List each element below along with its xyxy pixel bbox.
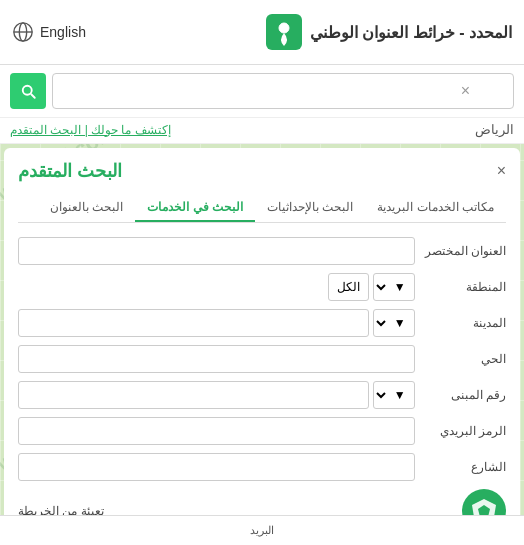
city-dropdown[interactable]: ▼ — [373, 309, 415, 337]
globe-icon — [12, 21, 34, 43]
app-title: المحدد - خرائط العنوان الوطني — [310, 23, 512, 42]
street-label: الشارع — [425, 460, 506, 474]
search-input[interactable] — [52, 73, 514, 109]
bottom-nav-item[interactable]: البريد — [240, 524, 284, 537]
city-input[interactable] — [18, 309, 369, 337]
bottom-nav: البريد — [0, 515, 524, 545]
short-address-input[interactable] — [18, 237, 415, 265]
short-address-label: العنوان المختصر — [425, 244, 506, 258]
advanced-search-panel: × البحث المتقدم مكاتب الخدمات البريدية ا… — [4, 148, 520, 545]
header-right: المحدد - خرائط العنوان الوطني — [266, 14, 512, 50]
panel-title: البحث المتقدم — [18, 160, 122, 182]
current-location: الرياض — [475, 122, 514, 137]
panel-header: × البحث المتقدم — [18, 160, 506, 182]
zip-input[interactable] — [18, 417, 415, 445]
tab-address[interactable]: البحث بالعنوان — [38, 194, 135, 222]
region-row: ▼ الكل — [18, 273, 415, 301]
search-form: العنوان المختصر المنطقة ▼ الكل المدينة ▼… — [18, 237, 506, 481]
region-dropdown[interactable]: ▼ — [373, 273, 415, 301]
panel-close-button[interactable]: × — [497, 162, 506, 180]
tab-services[interactable]: البحث في الخدمات — [135, 194, 255, 222]
search-bottom-bar: إكتشف ما حولك | البحث المتقدم الرياض — [0, 118, 524, 144]
district-label: الحي — [425, 352, 506, 366]
building-dropdown[interactable]: ▼ — [373, 381, 415, 409]
svg-point-4 — [279, 23, 289, 33]
street-input[interactable] — [18, 453, 415, 481]
tab-stats[interactable]: البحث بالإحداثيات — [255, 194, 365, 222]
building-row: ▼ — [18, 381, 415, 409]
search-bar: × — [0, 65, 524, 118]
header: English المحدد - خرائط العنوان الوطني — [0, 0, 524, 65]
city-label: المدينة — [425, 316, 506, 330]
region-all-button[interactable]: الكل — [328, 273, 369, 301]
tab-offices[interactable]: مكاتب الخدمات البريدية — [365, 194, 506, 222]
zip-label: الرمز البريدي — [425, 424, 506, 438]
search-icon — [19, 82, 37, 100]
advanced-search-link[interactable]: إكتشف ما حولك | البحث المتقدم — [10, 123, 171, 137]
search-clear-button[interactable]: × — [461, 82, 470, 100]
language-label: English — [40, 24, 86, 40]
search-button[interactable] — [10, 73, 46, 109]
district-input[interactable] — [18, 345, 415, 373]
city-row: ▼ — [18, 309, 415, 337]
language-selector[interactable]: English — [12, 21, 86, 43]
building-input[interactable] — [18, 381, 369, 409]
building-label: رقم المبنى — [425, 388, 506, 402]
region-label: المنطقة — [425, 280, 506, 294]
app-logo — [266, 14, 302, 50]
search-tabs: مكاتب الخدمات البريدية البحث بالإحداثيات… — [18, 194, 506, 223]
